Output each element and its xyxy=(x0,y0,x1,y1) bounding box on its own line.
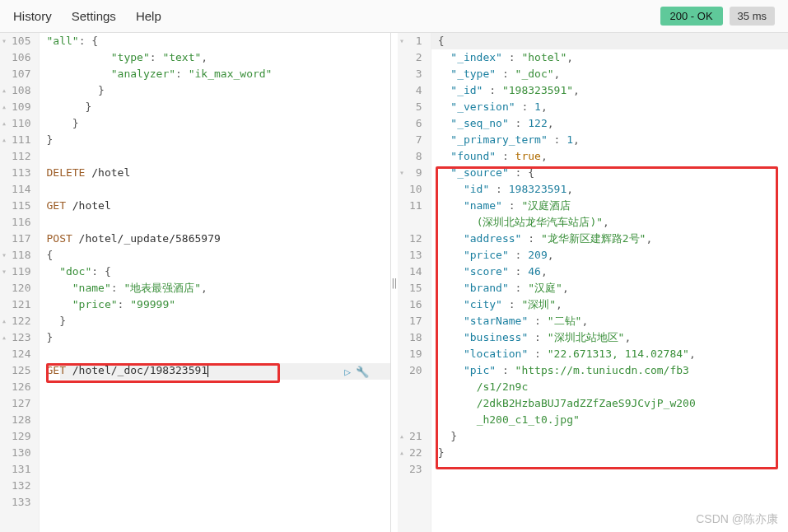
code-line[interactable] xyxy=(46,346,390,362)
fold-icon[interactable]: ▴ xyxy=(2,115,7,132)
code-line[interactable] xyxy=(46,148,390,165)
code-line[interactable]: } xyxy=(46,115,390,132)
code-line[interactable]: "_source" : { xyxy=(438,165,788,181)
fold-icon[interactable]: ▾ xyxy=(399,165,404,181)
code-line[interactable]: } xyxy=(438,428,788,445)
code-line[interactable]: "doc": { xyxy=(46,264,390,280)
code-line[interactable]: /s1/2n9c xyxy=(438,379,788,395)
fold-icon[interactable]: ▴ xyxy=(2,313,7,329)
menu-history[interactable]: History xyxy=(13,9,52,23)
code-line[interactable]: "_id" : "198323591", xyxy=(438,82,788,99)
line-number: 107 xyxy=(12,66,30,82)
code-line[interactable]: } xyxy=(46,82,390,99)
line-number: 4 xyxy=(409,82,422,99)
code-line[interactable]: "pic" : "https://m.tuniucdn.com/fb3 xyxy=(438,362,788,379)
main-menu: History Settings Help xyxy=(13,9,161,23)
code-line[interactable]: "name": "地表最强酒店", xyxy=(46,280,390,296)
fold-icon[interactable]: ▴ xyxy=(2,329,7,346)
code-line[interactable]: _h200_c1_t0.jpg" xyxy=(438,412,788,428)
response-pane[interactable]: 1▾23456789▾101112131415161718192021▴22▴2… xyxy=(398,33,788,532)
code-line[interactable]: "score" : 46, xyxy=(438,264,788,280)
menu-help[interactable]: Help xyxy=(136,9,161,23)
run-icon[interactable]: ▷ xyxy=(344,366,351,378)
code-line[interactable] xyxy=(46,379,390,395)
code-line[interactable]: } xyxy=(46,313,390,329)
line-actions: ▷ 🔧 xyxy=(344,366,369,378)
left-code[interactable]: "all": { "type": "text", "analyzer": "ik… xyxy=(40,33,390,532)
fold-icon[interactable]: ▾ xyxy=(2,33,7,49)
code-line[interactable]: /2dkB2HzbaBUJ7adZZfZaeS9JCvjP_w200 xyxy=(438,395,788,412)
code-line[interactable] xyxy=(46,214,390,231)
code-line[interactable]: (深圳北站龙华汽车站店)", xyxy=(438,214,788,231)
code-line[interactable] xyxy=(46,445,390,461)
fold-icon[interactable]: ▴ xyxy=(2,82,7,99)
top-bar: History Settings Help 200 - OK 35 ms xyxy=(0,0,788,33)
pane-divider[interactable]: ‖ xyxy=(391,33,398,532)
fold-icon[interactable]: ▾ xyxy=(2,247,7,264)
line-number: 127 xyxy=(12,395,30,412)
code-line[interactable] xyxy=(46,395,390,412)
line-number: 22▴ xyxy=(409,445,422,461)
code-line[interactable]: "_seq_no" : 122, xyxy=(438,115,788,132)
code-line[interactable]: "starName" : "二钻", xyxy=(438,313,788,329)
code-line[interactable]: "_index" : "hotel", xyxy=(438,49,788,66)
code-line[interactable]: "location" : "22.671313, 114.02784", xyxy=(438,346,788,362)
wrench-icon[interactable]: 🔧 xyxy=(356,366,369,378)
fold-icon[interactable]: ▾ xyxy=(399,33,404,49)
code-line[interactable] xyxy=(46,494,390,511)
line-number: 125 xyxy=(12,362,30,379)
code-line[interactable]: POST /hotel/_update/5865979 xyxy=(46,231,390,247)
code-line[interactable]: "all": { xyxy=(46,33,390,49)
code-line[interactable]: "id" : 198323591, xyxy=(438,181,788,198)
line-number: 7 xyxy=(409,132,422,148)
code-line[interactable] xyxy=(46,181,390,198)
line-number: 119▾ xyxy=(12,264,30,280)
text-cursor xyxy=(207,366,208,377)
line-number: 131 xyxy=(12,461,30,478)
line-number: 121 xyxy=(12,296,30,313)
code-line[interactable]: "type": "text", xyxy=(46,49,390,66)
fold-icon[interactable]: ▴ xyxy=(2,99,7,115)
code-line[interactable]: { xyxy=(46,247,390,264)
fold-icon[interactable]: ▴ xyxy=(399,428,404,445)
line-number: 13 xyxy=(409,247,422,264)
request-pane[interactable]: 105▾106107108▴109▴110▴111▴11211311411511… xyxy=(0,33,391,532)
line-number: 21▴ xyxy=(409,428,422,445)
code-line[interactable]: } xyxy=(46,329,390,346)
code-line[interactable] xyxy=(438,461,788,478)
code-line[interactable]: "_type" : "_doc", xyxy=(438,66,788,82)
code-line[interactable]: "found" : true, xyxy=(438,148,788,165)
code-line[interactable]: "price" : 209, xyxy=(438,247,788,264)
code-line[interactable]: } xyxy=(46,99,390,115)
code-line[interactable]: "brand" : "汉庭", xyxy=(438,280,788,296)
code-line[interactable] xyxy=(46,412,390,428)
code-line[interactable]: "price": "99999" xyxy=(46,296,390,313)
code-line[interactable]: GET /hotel xyxy=(46,198,390,214)
menu-settings[interactable]: Settings xyxy=(72,9,116,23)
code-line[interactable]: "_version" : 1, xyxy=(438,99,788,115)
code-line[interactable]: "city" : "深圳", xyxy=(438,296,788,313)
line-number: 118▾ xyxy=(12,247,30,264)
code-line[interactable]: } xyxy=(438,445,788,461)
status-group: 200 - OK 35 ms xyxy=(660,7,775,26)
line-number: 132 xyxy=(12,478,30,494)
code-line[interactable]: DELETE /hotel xyxy=(46,165,390,181)
fold-icon[interactable]: ▴ xyxy=(2,132,7,148)
code-line[interactable] xyxy=(46,461,390,478)
code-line[interactable] xyxy=(46,428,390,445)
fold-icon[interactable]: ▴ xyxy=(399,445,404,461)
code-line[interactable]: { xyxy=(438,33,788,49)
code-line[interactable]: } xyxy=(46,132,390,148)
main-area: 105▾106107108▴109▴110▴111▴11211311411511… xyxy=(0,33,788,532)
code-line[interactable]: "name" : "汉庭酒店 xyxy=(438,198,788,214)
line-number xyxy=(409,214,422,231)
code-line[interactable]: GET /hotel/_doc/198323591 xyxy=(46,362,390,379)
fold-icon[interactable]: ▾ xyxy=(2,264,7,280)
code-line[interactable]: "_primary_term" : 1, xyxy=(438,132,788,148)
code-line[interactable]: "address" : "龙华新区建辉路2号", xyxy=(438,231,788,247)
code-line[interactable] xyxy=(46,478,390,494)
line-number: 115 xyxy=(12,198,30,214)
code-line[interactable]: "analyzer": "ik_max_word" xyxy=(46,66,390,82)
line-number: 124 xyxy=(12,346,30,362)
code-line[interactable]: "business" : "深圳北站地区", xyxy=(438,329,788,346)
